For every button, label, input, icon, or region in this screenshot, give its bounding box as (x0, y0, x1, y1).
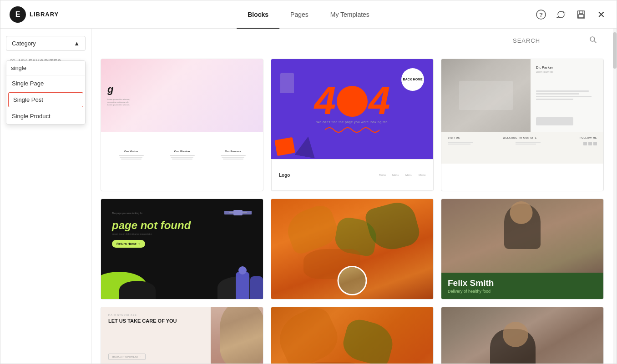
dr-name: Dr. Parker (536, 65, 598, 70)
dropdown-item-single-product[interactable]: Single Product (6, 108, 85, 124)
template-card-7[interactable]: The page you were looking for page not f… (101, 199, 263, 299)
felix-name: Felix Smith (448, 278, 597, 288)
back-home-badge: BACK HOME (401, 68, 424, 91)
header-actions: ? ✕ (535, 8, 607, 21)
search-bar (513, 36, 604, 47)
logo-area: E LIBRARY (10, 6, 64, 23)
dropdown-item-single-page[interactable]: Single Page (6, 75, 85, 91)
scrollbar[interactable] (613, 29, 617, 364)
svg-line-6 (594, 41, 596, 43)
template-card-10[interactable]: HAIR STUDIO XYZ LET US TAKE CARE OF YOU … (101, 307, 263, 364)
pnf-title: page not found (112, 219, 191, 232)
main-content[interactable]: g Lorem ipsum dolor sit amet,consectetur… (91, 29, 613, 364)
category-label: Category (12, 40, 36, 47)
characters (236, 272, 263, 299)
svg-rect-4 (578, 15, 584, 18)
template-card-2[interactable]: 4 4 We can't find the page you were look… (271, 59, 434, 191)
nav-item: Menu (419, 174, 425, 176)
col-our-process: Our Process (207, 150, 258, 153)
template-card-1[interactable]: g Lorem ipsum dolor sit amet,consectetur… (101, 59, 263, 191)
sidebar: Category ▲ Single Page Single Post Singl… (0, 29, 91, 364)
return-home-btn[interactable]: Return Home → (112, 240, 145, 248)
svg-rect-3 (579, 11, 583, 14)
let-us-care-title: LET US TAKE CARE OF YOU (108, 318, 203, 324)
tab-pages[interactable]: Pages (279, 0, 319, 29)
col-our-mission: Our Mission (157, 150, 207, 153)
dropdown-search-input[interactable] (6, 61, 85, 75)
template-card-9[interactable]: Felix Smith Delivery of healthy food (441, 199, 604, 299)
satellite-icon (222, 206, 254, 222)
svg-text:?: ? (539, 11, 543, 18)
nav-item: Menu (392, 174, 399, 176)
search-input[interactable] (513, 37, 586, 44)
template-grid: g Lorem ipsum dolor sit amet,consectetur… (101, 59, 604, 364)
modal-wrapper: E LIBRARY Blocks Pages My Templates ? (0, 0, 617, 364)
nav-tabs: Blocks Pages My Templates (237, 0, 380, 28)
logo-text-card: Logo (279, 173, 290, 178)
template-card-3[interactable]: Dr. Parker Lorem ipsum title (441, 59, 604, 191)
header: E LIBRARY Blocks Pages My Templates ? (0, 0, 617, 29)
nav-item: Menu (379, 174, 386, 176)
tab-blocks[interactable]: Blocks (237, 0, 279, 29)
template-card-11[interactable] (271, 307, 434, 364)
help-icon[interactable]: ? (535, 8, 547, 21)
template-card-8[interactable] (271, 199, 434, 299)
felix-subtitle: Delivery of healthy food (448, 289, 597, 294)
scroll-thumb (613, 32, 617, 69)
nav-item: Menu (405, 174, 412, 176)
category-dropdown[interactable]: Category ▲ (6, 36, 86, 51)
tab-my-templates[interactable]: My Templates (319, 0, 380, 29)
search-icon[interactable] (589, 36, 597, 45)
template-card-12[interactable]: Felix Smith Delivery of healthy food (441, 307, 604, 364)
save-icon[interactable] (575, 8, 587, 21)
logo-icon: E (10, 6, 26, 23)
content-area: Category ▲ Single Page Single Post Singl… (0, 29, 617, 364)
chevron-down-icon: ▲ (74, 40, 80, 47)
col-our-vision: Our Vision (106, 150, 157, 153)
close-button[interactable]: ✕ (595, 8, 607, 21)
dropdown-item-single-post[interactable]: Single Post (8, 92, 83, 107)
dropdown-menu: Single Page Single Post Single Product (6, 60, 86, 125)
svg-rect-7 (233, 210, 243, 215)
logo-text: LIBRARY (30, 11, 59, 18)
refresh-icon[interactable] (555, 8, 567, 21)
